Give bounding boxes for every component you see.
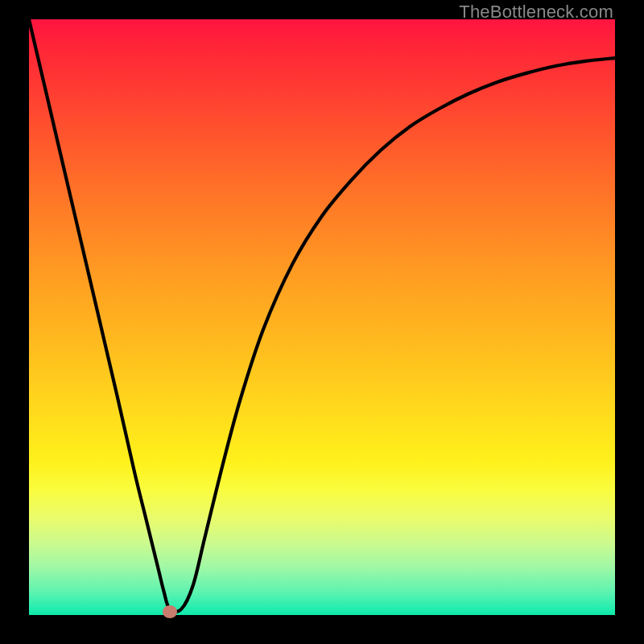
chart-frame: TheBottleneck.com xyxy=(0,0,644,644)
chart-curve-svg xyxy=(29,19,615,615)
optimal-point-marker xyxy=(163,605,177,618)
chart-plot-area xyxy=(29,19,615,615)
bottleneck-curve xyxy=(29,19,615,612)
